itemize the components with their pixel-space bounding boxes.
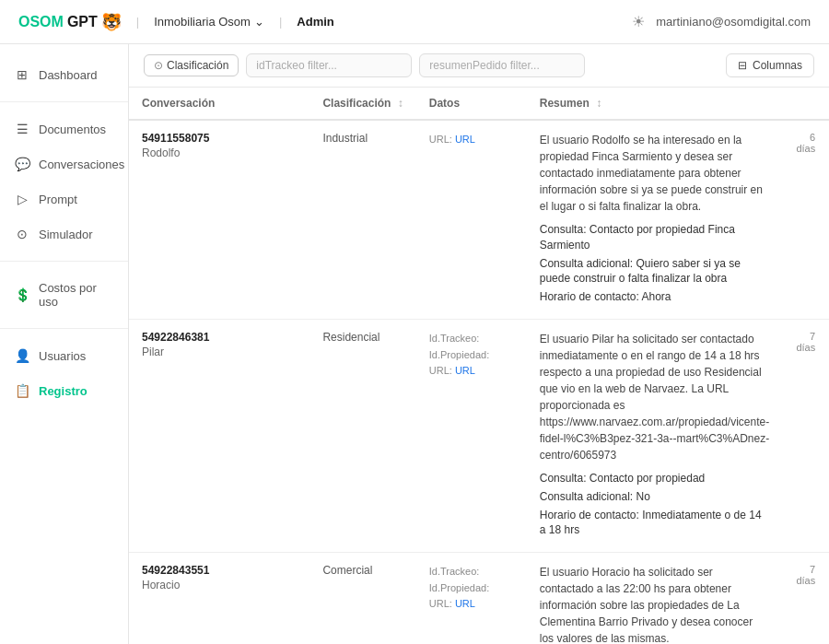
sidebar-item-usuarios[interactable]: 👤 Usuarios	[0, 340, 128, 371]
col-clasificacion[interactable]: Clasificación ↕	[309, 88, 415, 120]
col-action	[819, 88, 829, 120]
resumen-cell: El usuario Pilar ha solicitado ser conta…	[527, 319, 782, 552]
idtrackeo-filter-input[interactable]	[246, 53, 412, 77]
resumen-line: Consulta adicional: No	[540, 489, 769, 505]
sidebar-label-costos: Costos por uso	[39, 281, 113, 309]
action-cell: 🗑	[819, 553, 829, 644]
clasificacion-cell: Comercial	[309, 553, 415, 644]
logo-osom: OSOM	[18, 14, 64, 30]
logo-gpt: GPT	[67, 14, 98, 30]
resumen-summary: El usuario Pilar ha solicitado ser conta…	[540, 331, 769, 463]
prompt-icon: ▷	[15, 192, 29, 206]
table-row: 54922843551HoracioComercialId.Trackeo:Id…	[129, 553, 829, 644]
sidebar-item-documentos[interactable]: ☰ Documentos	[0, 113, 128, 145]
sort-resumen-icon: ↕	[596, 97, 601, 110]
resumen-line: Consulta adicional: Quiero saber si ya s…	[540, 256, 769, 287]
url-label: URL: URL	[429, 596, 514, 613]
company-selector[interactable]: Inmobiliaria Osom ⌄	[154, 15, 264, 29]
datos-cell: URL: URL	[416, 120, 527, 319]
logo[interactable]: OSOM GPT 🐯	[18, 12, 122, 32]
table-row: 54922846381PilarResidencialId.Trackeo:Id…	[129, 319, 829, 552]
admin-label: Admin	[297, 15, 333, 29]
conv-cell: 54911558075Rodolfo	[129, 120, 309, 319]
sidebar-label-documentos: Documentos	[39, 123, 106, 136]
nav-divider: |	[136, 15, 139, 29]
chevron-down-icon: ⌄	[254, 15, 264, 29]
propiedad-label: Id.Propiedad:	[429, 580, 514, 597]
clasificacion-filter[interactable]: ⊙ Clasificación	[144, 54, 239, 76]
sidebar-divider-3	[0, 328, 128, 329]
sidebar-divider-2	[0, 261, 128, 262]
theme-toggle-icon[interactable]: ☀	[632, 13, 645, 30]
table-header: Conversación Clasificación ↕ Datos Resum…	[129, 88, 829, 120]
sidebar-item-simulador[interactable]: ⊙ Simulador	[0, 218, 128, 250]
sidebar-item-conversaciones[interactable]: 💬 Conversaciones	[0, 148, 128, 180]
action-cell: 🗑	[819, 319, 829, 552]
days-value: 6	[810, 132, 815, 143]
resumen-summary: El usuario Horacio ha solicitado ser con…	[540, 564, 769, 644]
sidebar-item-costos[interactable]: 💲 Costos por uso	[0, 273, 128, 317]
conv-cell: 54922846381Pilar	[129, 319, 309, 552]
clasificacion-cell: Industrial	[309, 120, 415, 319]
resumen-line: Consulta: Contacto por propiedad Finca S…	[540, 222, 769, 253]
columns-icon: ⊟	[738, 59, 747, 72]
days-cell: 6días	[782, 120, 819, 319]
datos-cell: Id.Trackeo:Id.Propiedad:URL: URL	[416, 553, 527, 644]
main-layout: ⊞ Dashboard ☰ Documentos 💬 Conversacione…	[0, 44, 829, 644]
topnav-right: ☀ martiniano@osomdigital.com	[632, 13, 811, 30]
clasificacion-label: Clasificación	[167, 59, 228, 72]
filter-icon: ⊙	[154, 59, 163, 72]
url-link[interactable]: URL	[455, 365, 475, 376]
sidebar-label-conversaciones: Conversaciones	[39, 158, 124, 171]
usuarios-icon: 👤	[15, 348, 29, 363]
documentos-icon: ☰	[15, 122, 29, 136]
resumen-cell: El usuario Rodolfo se ha interesado en l…	[527, 120, 782, 319]
filter-bar: ⊙ Clasificación ⊟ Columnas	[129, 44, 829, 88]
sidebar-item-registro[interactable]: 📋 Registro	[0, 375, 128, 406]
col-datos: Datos	[416, 88, 527, 120]
topnav-left: OSOM GPT 🐯 | Inmobiliaria Osom ⌄ | Admin	[18, 12, 334, 32]
conv-name: Horacio	[142, 579, 297, 591]
days-cell: 7días	[782, 553, 819, 644]
columns-button[interactable]: ⊟ Columnas	[726, 53, 814, 77]
days-label: días	[796, 342, 815, 353]
resumen-filter-input[interactable]	[419, 53, 585, 77]
registro-icon: 📋	[15, 383, 29, 398]
resumen-line: Horario de contacto: Inmediatamente o de…	[540, 508, 769, 539]
conv-id: 54911558075	[142, 132, 297, 145]
sidebar-item-dashboard[interactable]: ⊞ Dashboard	[0, 59, 128, 90]
sidebar-label-registro: Registro	[39, 384, 88, 398]
conv-cell: 54922843551Horacio	[129, 553, 309, 644]
resumen-line: Consulta: Contacto por propiedad	[540, 471, 769, 486]
user-email: martiniano@osomdigital.com	[656, 15, 811, 29]
propiedad-label: Id.Propiedad:	[429, 347, 514, 364]
url-link[interactable]: URL	[455, 134, 475, 145]
columns-label: Columnas	[753, 59, 802, 72]
resumen-cell: El usuario Horacio ha solicitado ser con…	[527, 553, 782, 644]
url-link[interactable]: URL	[455, 598, 475, 609]
simulador-icon: ⊙	[15, 227, 29, 241]
registro-table-wrap: Conversación Clasificación ↕ Datos Resum…	[129, 88, 829, 644]
sidebar-label-simulador: Simulador	[39, 228, 93, 241]
conv-id: 54922843551	[142, 564, 297, 577]
sidebar-item-prompt[interactable]: ▷ Prompt	[0, 183, 128, 215]
top-navigation: OSOM GPT 🐯 | Inmobiliaria Osom ⌄ | Admin…	[0, 0, 829, 44]
conversaciones-icon: 💬	[15, 157, 29, 171]
days-label: días	[796, 575, 815, 586]
conv-name: Rodolfo	[142, 146, 297, 159]
main-content: ⊙ Clasificación ⊟ Columnas Conversación …	[129, 44, 829, 644]
datos-cell: Id.Trackeo:Id.Propiedad:URL: URL	[416, 319, 527, 552]
conv-name: Pilar	[142, 345, 297, 358]
company-name: Inmobiliaria Osom	[154, 15, 251, 29]
sidebar-label-dashboard: Dashboard	[39, 68, 98, 82]
col-spacer	[782, 88, 819, 120]
days-cell: 7días	[782, 319, 819, 552]
col-resumen[interactable]: Resumen ↕	[527, 88, 782, 120]
registro-table: Conversación Clasificación ↕ Datos Resum…	[129, 88, 829, 644]
sidebar: ⊞ Dashboard ☰ Documentos 💬 Conversacione…	[0, 44, 129, 644]
sidebar-label-usuarios: Usuarios	[39, 349, 86, 363]
sort-clasificacion-icon: ↕	[398, 97, 403, 110]
conv-id: 54922846381	[142, 331, 297, 344]
costos-icon: 💲	[15, 287, 29, 302]
nav-divider-2: |	[279, 15, 282, 29]
